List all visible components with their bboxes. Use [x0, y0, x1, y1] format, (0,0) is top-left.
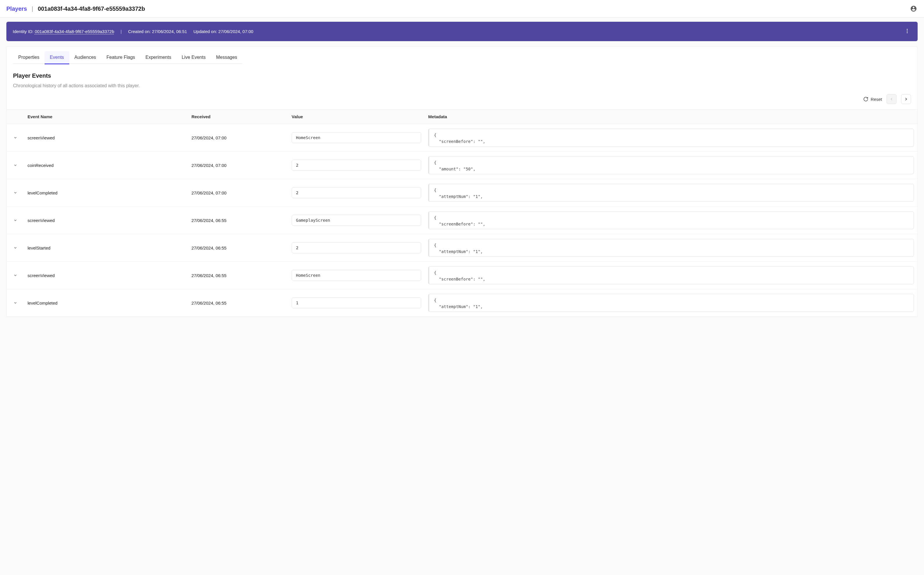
- event-received: 27/06/2024, 06:55: [188, 206, 288, 234]
- main-card: Properties Events Audiences Feature Flag…: [6, 46, 918, 317]
- reset-button[interactable]: Reset: [863, 97, 882, 102]
- tab-events[interactable]: Events: [44, 51, 69, 64]
- expand-toggle[interactable]: [12, 162, 19, 168]
- event-received: 27/06/2024, 07:00: [188, 124, 288, 152]
- section-title: Player Events: [13, 73, 911, 79]
- events-table: Event Name Received Value Metadata scree…: [7, 109, 917, 317]
- more-menu-icon[interactable]: [903, 27, 911, 36]
- svg-point-0: [907, 29, 908, 30]
- identity-id-group: Identity ID: 001a083f-4a34-4fa8-9f67-e55…: [13, 29, 114, 34]
- next-page-button[interactable]: [901, 94, 911, 104]
- breadcrumb-divider: |: [32, 5, 33, 12]
- column-header-received: Received: [188, 110, 288, 124]
- svg-point-2: [907, 32, 908, 33]
- event-name: levelCompleted: [24, 179, 188, 206]
- column-header-metadata: Metadata: [425, 110, 917, 124]
- chevron-down-icon: [13, 191, 17, 195]
- event-received: 27/06/2024, 07:00: [188, 179, 288, 206]
- event-received: 27/06/2024, 07:00: [188, 152, 288, 179]
- table-row: levelStarted27/06/2024, 06:552{ "attempt…: [7, 234, 917, 262]
- identity-banner: Identity ID: 001a083f-4a34-4fa8-9f67-e55…: [6, 22, 918, 41]
- tabs-row: Properties Events Audiences Feature Flag…: [7, 47, 917, 64]
- tab-live-events[interactable]: Live Events: [176, 51, 211, 64]
- event-metadata: { "screenBefore": "", "screenName": "Gam…: [428, 211, 914, 229]
- event-value: HomeScreen: [292, 132, 422, 143]
- identity-id-link[interactable]: 001a083f-4a34-4fa8-9f67-e55559a3372b: [35, 29, 114, 34]
- tab-audiences[interactable]: Audiences: [69, 51, 101, 64]
- breadcrumb: Players | 001a083f-4a34-4fa8-9f67-e55559…: [6, 5, 145, 12]
- breadcrumb-root-link[interactable]: Players: [6, 5, 27, 12]
- tab-experiments[interactable]: Experiments: [140, 51, 176, 64]
- prev-page-button[interactable]: [887, 94, 897, 104]
- section-description: Chronological history of all actions ass…: [13, 83, 911, 88]
- table-row: screenViewed27/06/2024, 06:55GameplayScr…: [7, 206, 917, 234]
- event-received: 27/06/2024, 06:55: [188, 262, 288, 289]
- event-name: levelCompleted: [24, 289, 188, 317]
- column-header-name: Event Name: [24, 110, 188, 124]
- table-row: screenViewed27/06/2024, 07:00HomeScreen{…: [7, 124, 917, 152]
- expand-toggle[interactable]: [12, 189, 19, 196]
- event-value: 2: [292, 242, 422, 253]
- identity-separator: |: [120, 29, 122, 34]
- event-value: GameplayScreen: [292, 215, 422, 226]
- event-received: 27/06/2024, 06:55: [188, 234, 288, 262]
- identity-updated: Updated on: 27/06/2024, 07:00: [193, 29, 254, 34]
- page-title: 001a083f-4a34-4fa8-9f67-e55559a3372b: [38, 5, 145, 12]
- event-value: HomeScreen: [292, 270, 422, 281]
- chevron-down-icon: [13, 301, 17, 305]
- event-name: levelStarted: [24, 234, 188, 262]
- tab-feature-flags[interactable]: Feature Flags: [101, 51, 141, 64]
- event-name: screenViewed: [24, 262, 188, 289]
- identity-id-label: Identity ID:: [13, 29, 33, 34]
- event-metadata: { "attemptNum": "1", "difficulty": "norm…: [428, 239, 914, 257]
- table-row: coinReceived27/06/2024, 07:002{ "amount"…: [7, 152, 917, 179]
- event-metadata: { "attemptNum": "1", "averageFPS": "59",: [428, 294, 914, 312]
- table-row: levelCompleted27/06/2024, 07:002{ "attem…: [7, 179, 917, 206]
- tab-properties[interactable]: Properties: [13, 51, 44, 64]
- event-metadata: { "amount": "50", "level": "2",: [428, 156, 914, 174]
- chevron-down-icon: [13, 246, 17, 250]
- account-icon[interactable]: [910, 5, 918, 13]
- chevron-down-icon: [13, 273, 17, 277]
- expand-toggle[interactable]: [12, 135, 19, 141]
- event-value: 1: [292, 297, 422, 308]
- chevron-down-icon: [13, 218, 17, 222]
- table-row: screenViewed27/06/2024, 06:55HomeScreen{…: [7, 262, 917, 289]
- event-metadata: { "screenBefore": "", "screenName": "Hom…: [428, 266, 914, 284]
- chevron-left-icon: [889, 97, 894, 102]
- identity-created: Created on: 27/06/2024, 06:51: [128, 29, 187, 34]
- chevron-down-icon: [13, 136, 17, 140]
- expand-toggle[interactable]: [12, 272, 19, 278]
- tab-messages[interactable]: Messages: [211, 51, 242, 64]
- event-received: 27/06/2024, 06:55: [188, 289, 288, 317]
- event-value: 2: [292, 187, 422, 198]
- event-name: coinReceived: [24, 152, 188, 179]
- event-value: 2: [292, 160, 422, 171]
- event-name: screenViewed: [24, 206, 188, 234]
- event-name: screenViewed: [24, 124, 188, 152]
- expand-toggle[interactable]: [12, 217, 19, 224]
- refresh-icon: [863, 97, 869, 102]
- expand-toggle[interactable]: [12, 300, 19, 306]
- chevron-right-icon: [904, 97, 908, 102]
- chevron-down-icon: [13, 163, 17, 167]
- header-bar: Players | 001a083f-4a34-4fa8-9f67-e55559…: [0, 0, 924, 17]
- event-metadata: { "screenBefore": "", "screenName": "Hom…: [428, 129, 914, 147]
- table-row: levelCompleted27/06/2024, 06:551{ "attem…: [7, 289, 917, 317]
- svg-point-1: [907, 30, 908, 31]
- event-metadata: { "attemptNum": "1", "averageFPS": "60",: [428, 184, 914, 202]
- column-header-value: Value: [288, 110, 425, 124]
- expand-toggle[interactable]: [12, 245, 19, 251]
